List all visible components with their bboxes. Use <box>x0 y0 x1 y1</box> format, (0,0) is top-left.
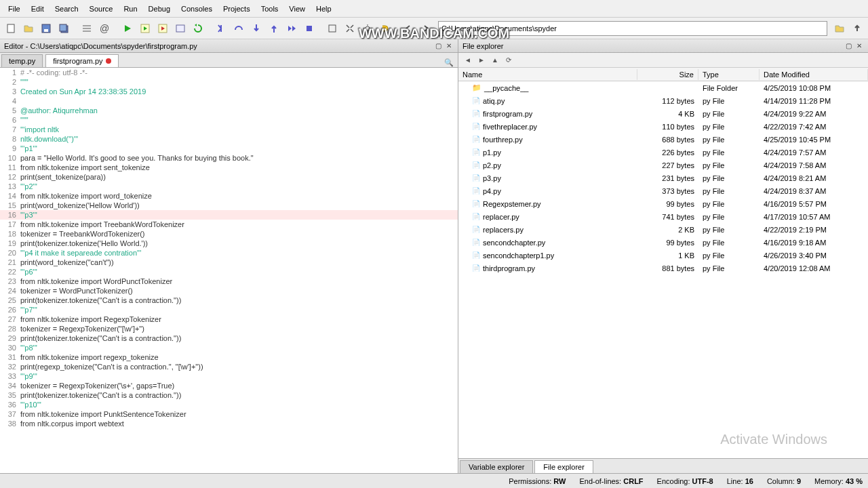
bottom-tab-variable-explorer[interactable]: Variable explorer <box>460 460 533 473</box>
svg-rect-15 <box>329 25 336 32</box>
save-button[interactable] <box>38 20 54 37</box>
step-out-button[interactable] <box>266 20 282 37</box>
menu-file[interactable]: File <box>3 2 26 16</box>
file-icon: 📄 <box>472 251 480 259</box>
refresh-icon[interactable]: ⟳ <box>503 55 514 66</box>
stop-debug-button[interactable] <box>301 20 317 37</box>
browse-dir-button[interactable] <box>831 20 848 37</box>
file-icon: 📄 <box>472 123 480 130</box>
next-icon[interactable]: ► <box>476 55 487 66</box>
svg-rect-2 <box>44 29 48 32</box>
back-button[interactable] <box>400 20 416 37</box>
step-into-button[interactable] <box>248 20 264 37</box>
tab-firstprogram-py[interactable]: firstprogram.py <box>45 54 118 67</box>
save-all-button[interactable] <box>56 20 72 37</box>
file-icon: 📄 <box>472 264 480 272</box>
run-selection-button[interactable] <box>172 20 189 37</box>
file-row[interactable]: 📄sencondchapterp1.py1 KBpy File4/26/2019… <box>458 249 868 262</box>
svg-point-16 <box>366 26 370 30</box>
sb-permissions: Permissions: RW <box>509 477 566 485</box>
bottom-tab-file-explorer[interactable]: File explorer <box>534 460 593 473</box>
code-editor[interactable]: 1# -*- coding: utf-8 -*-2"""3Created on … <box>0 68 458 473</box>
file-list-header[interactable]: Name Size Type Date Modified <box>458 68 868 81</box>
fullscreen-button[interactable] <box>342 20 358 37</box>
svg-rect-0 <box>7 24 14 33</box>
file-icon: 📄 <box>472 226 480 233</box>
menu-search[interactable]: Search <box>50 2 84 16</box>
file-row[interactable]: 📄p1.py226 bytespy File4/24/2019 7:57 AM <box>458 146 868 159</box>
file-row[interactable]: 📄p3.py231 bytespy File4/24/2019 8:21 AM <box>458 171 868 184</box>
svg-rect-4 <box>60 24 66 31</box>
rerun-button[interactable] <box>190 20 206 37</box>
file-row[interactable]: 📄p4.py373 bytespy File4/24/2019 8:37 AM <box>458 184 868 197</box>
explorer-toolbar: ◄ ► ▲ ⟳ <box>458 53 868 68</box>
at-button[interactable]: @ <box>96 20 113 37</box>
file-icon: 📄 <box>472 161 480 169</box>
new-file-button[interactable] <box>3 20 19 37</box>
svg-rect-14 <box>307 26 312 31</box>
maximize-pane-button[interactable] <box>324 20 340 37</box>
file-row[interactable]: 📄firstprogram.py4 KBpy File4/24/2019 9:2… <box>458 107 868 120</box>
tab-temp-py[interactable]: temp.py <box>1 54 43 67</box>
maximize-icon[interactable]: ▢ <box>844 41 853 51</box>
file-row[interactable]: 📁__pycache__File Folder4/25/2019 10:08 P… <box>458 81 868 94</box>
maximize-icon[interactable]: ▢ <box>433 41 443 51</box>
file-row[interactable]: 📄sencondchapter.py99 bytespy File4/16/20… <box>458 236 868 249</box>
sb-column: Column: 9 <box>767 477 801 485</box>
file-icon: 📄 <box>472 97 480 104</box>
debug-button[interactable] <box>213 20 229 37</box>
prev-icon[interactable]: ◄ <box>462 55 473 66</box>
close-icon[interactable]: ✕ <box>444 41 454 51</box>
svg-rect-10 <box>176 25 184 32</box>
working-dir-input[interactable] <box>438 21 827 36</box>
menu-run[interactable]: Run <box>118 2 142 16</box>
file-icon: 📄 <box>472 110 480 117</box>
file-row[interactable]: 📄Regexpstemer.py99 bytespy File4/16/2019… <box>458 197 868 210</box>
col-type[interactable]: Type <box>698 69 760 80</box>
menu-tools[interactable]: Tools <box>256 2 284 16</box>
sb-line: Line: 16 <box>727 477 753 485</box>
explorer-bottom-tabs: Variable explorerFile explorer <box>458 458 868 473</box>
menu-help[interactable]: Help <box>311 2 337 16</box>
open-file-button[interactable] <box>20 20 37 37</box>
python-path-button[interactable] <box>377 20 393 37</box>
sb-memory: Memory: 43 % <box>814 477 863 485</box>
col-date[interactable]: Date Modified <box>760 69 868 80</box>
file-row[interactable]: 📄thirdprogram.py881 bytespy File4/20/201… <box>458 262 868 274</box>
preferences-button[interactable] <box>359 20 376 37</box>
explorer-title: File explorer <box>462 42 504 50</box>
menu-debug[interactable]: Debug <box>143 2 176 16</box>
file-list: Name Size Type Date Modified 📁__pycache_… <box>458 68 868 458</box>
file-row[interactable]: 📄replacer.py741 bytespy File4/17/2019 10… <box>458 210 868 223</box>
close-icon[interactable]: ✕ <box>854 41 864 51</box>
menu-source[interactable]: Source <box>84 2 119 16</box>
file-row[interactable]: 📄fourthrep.py688 bytespy File4/25/2019 1… <box>458 133 868 146</box>
col-name[interactable]: Name <box>458 69 637 80</box>
file-icon: 📄 <box>472 148 480 156</box>
menu-projects[interactable]: Projects <box>218 2 256 16</box>
file-row[interactable]: 📄fivethreplacer.py110 bytespy File4/22/2… <box>458 120 868 133</box>
tab-browse-icon[interactable]: 🔍 <box>440 58 458 67</box>
up-icon[interactable]: ▲ <box>490 55 500 66</box>
menu-consoles[interactable]: Consoles <box>176 2 218 16</box>
file-icon: 📄 <box>472 174 480 182</box>
file-row[interactable]: 📄p2.py227 bytespy File4/24/2019 7:58 AM <box>458 159 868 171</box>
run-button[interactable] <box>119 20 136 37</box>
sb-eol: End-of-lines: CRLF <box>579 477 643 485</box>
editor-tabs: temp.pyfirstprogram.py🔍 <box>0 53 458 68</box>
file-row[interactable]: 📄atiq.py112 bytespy File4/14/2019 11:28 … <box>458 94 868 107</box>
menu-view[interactable]: View <box>283 2 311 16</box>
forward-button[interactable] <box>418 20 434 37</box>
run-cell-advance-button[interactable] <box>155 20 171 37</box>
file-explorer-pane: File explorer ▢ ✕ ◄ ► ▲ ⟳ Name Size Type… <box>458 39 868 473</box>
file-row[interactable]: 📄replacers.py2 KBpy File4/22/2019 2:19 P… <box>458 223 868 236</box>
outline-button[interactable] <box>79 20 95 37</box>
col-size[interactable]: Size <box>637 69 698 80</box>
continue-button[interactable] <box>283 20 300 37</box>
folder-icon: 📁 <box>472 83 481 92</box>
parent-dir-button[interactable] <box>849 20 865 37</box>
run-cell-button[interactable] <box>137 20 153 37</box>
menu-edit[interactable]: Edit <box>26 2 50 16</box>
file-icon: 📄 <box>472 239 480 246</box>
step-over-button[interactable] <box>231 20 247 37</box>
